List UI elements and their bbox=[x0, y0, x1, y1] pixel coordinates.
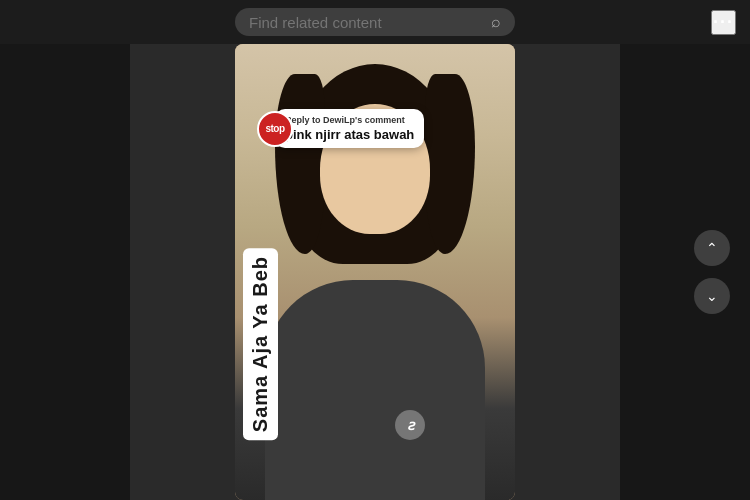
left-panel bbox=[0, 44, 130, 500]
nav-arrows: ⌃ ⌄ bbox=[694, 230, 730, 314]
search-input[interactable] bbox=[249, 14, 483, 31]
stop-badge: stop bbox=[257, 111, 293, 147]
top-bar: ⌕ ··· bbox=[0, 0, 750, 44]
person-shirt: ƨ bbox=[265, 280, 485, 500]
comment-text: pink njirr atas bawah bbox=[285, 127, 414, 142]
search-container[interactable]: ⌕ bbox=[235, 8, 515, 36]
video-background: ƨ Sama Aja Ya Beb stop Reply to DewiLp's… bbox=[235, 44, 515, 500]
comment-bubble: stop Reply to DewiLp's comment pink njir… bbox=[275, 109, 424, 148]
video-frame: ƨ Sama Aja Ya Beb stop Reply to DewiLp's… bbox=[235, 44, 515, 500]
more-button[interactable]: ··· bbox=[711, 10, 736, 35]
chevron-up-icon: ⌃ bbox=[706, 240, 718, 256]
comment-reply-header: Reply to DewiLp's comment bbox=[285, 115, 414, 125]
shirt-logo: ƨ bbox=[395, 410, 425, 440]
nav-down-button[interactable]: ⌄ bbox=[694, 278, 730, 314]
chevron-down-icon: ⌄ bbox=[706, 288, 718, 304]
comment-username: DewiLp bbox=[323, 115, 355, 125]
right-panel: ⌃ ⌄ bbox=[620, 44, 750, 500]
search-icon: ⌕ bbox=[491, 13, 501, 31]
vertical-text-overlay: Sama Aja Ya Beb bbox=[243, 248, 278, 440]
nav-up-button[interactable]: ⌃ bbox=[694, 230, 730, 266]
main-area: ⌃ ⌄ ƨ Sama Aja Ya Beb stop Reply to bbox=[0, 44, 750, 500]
